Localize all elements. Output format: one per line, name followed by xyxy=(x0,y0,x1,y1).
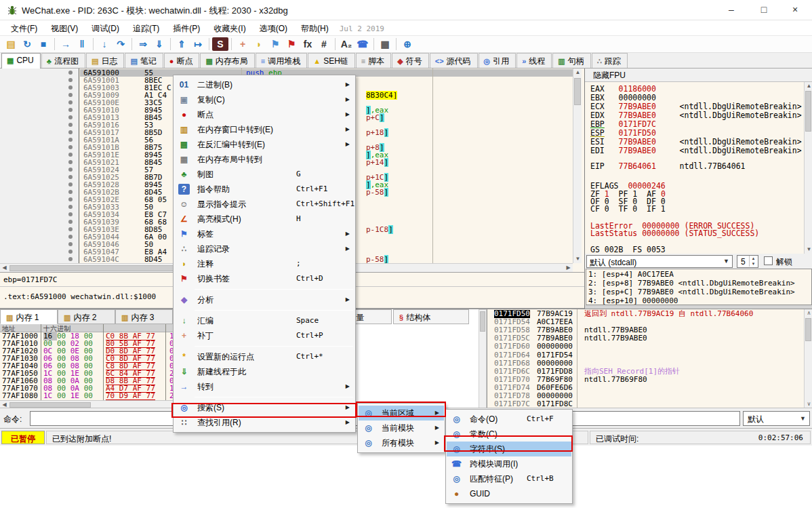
breakpoint-dot[interactable] xyxy=(68,212,73,216)
registers-vscrollbar[interactable]: ▲ ▼ xyxy=(804,82,812,254)
breakpoint-dot[interactable] xyxy=(68,138,73,142)
bookmark-icon[interactable]: ⚑ xyxy=(283,37,300,51)
hash-icon[interactable]: # xyxy=(316,37,332,51)
register-line[interactable]: LastStatus 00000000 (STATUS_SUCCESS) xyxy=(590,230,802,237)
menubar-item[interactable]: 文件(F) xyxy=(4,20,44,37)
stack-row[interactable]: 0171FD640171FD54 xyxy=(487,351,804,359)
label-icon[interactable]: ⚑ xyxy=(267,37,283,51)
breakpoint-dot[interactable] xyxy=(68,220,73,224)
menu-item-trace-record[interactable]: ∴追踪记录▶ xyxy=(174,241,354,256)
menu-item-find-references[interactable]: ∷查找引用(R)▶ xyxy=(174,415,354,430)
calling-convention-select[interactable]: 默认 (stdcall) ▼ xyxy=(586,255,733,268)
menu-item-highlight-mode[interactable]: ∠高亮模式(H)H xyxy=(174,212,354,227)
close-button[interactable]: × xyxy=(779,0,811,20)
menu-item-new-thread-here[interactable]: ⇓新建线程于此 xyxy=(174,364,354,379)
stack-row[interactable]: 0171FD7077B69F80ntdll.77B69F80 xyxy=(487,376,804,384)
menu-item-instruction-help[interactable]: ?指令帮助Ctrl+F1 xyxy=(174,182,354,197)
scylla-icon[interactable]: S xyxy=(212,37,228,51)
menubar-item[interactable]: 追踪(T) xyxy=(126,20,166,37)
register-line[interactable]: CF 0 TF 0 IF 1 xyxy=(590,206,802,213)
menubar-item[interactable]: 插件(P) xyxy=(166,20,207,37)
stack-row[interactable]: 0171FD7800000000 xyxy=(487,392,804,400)
breakpoint-dot[interactable] xyxy=(68,108,73,112)
tab-breakpoints[interactable]: ●断点 xyxy=(164,53,200,68)
menu-item-follow-in-dump[interactable]: ▥在内存窗口中转到(E)▶ xyxy=(174,122,354,137)
search-type-guid[interactable]: ●GUID xyxy=(447,486,571,501)
stack-row[interactable]: 0171FD5C77B9ABE0ntdll.77B9ABE0 xyxy=(487,334,804,343)
unlock-checkbox[interactable] xyxy=(764,256,773,265)
modules-phone-icon[interactable]: ☎ xyxy=(354,37,371,51)
register-line[interactable]: EIP 77B64061 ntdll.77B64061 xyxy=(590,162,802,171)
stack-pane[interactable]: 0171FD5077B9AC19返回到 ntdll.77B9AC19 自 ntd… xyxy=(487,309,804,408)
breakpoint-dot[interactable] xyxy=(68,182,73,187)
menu-item-set-new-origin[interactable]: *设置新的运行点Ctrl+* xyxy=(174,349,354,364)
search-type-intermodular-calls[interactable]: ☎跨模块调用(I) xyxy=(447,456,571,471)
menubar-item[interactable]: 选项(O) xyxy=(253,20,294,37)
maximize-button[interactable]: □ xyxy=(748,0,779,20)
stepper-arrows-icon[interactable]: ▲▼ xyxy=(749,256,757,267)
breakpoint-dot[interactable] xyxy=(68,115,73,119)
step-into-icon[interactable]: ↓ xyxy=(96,37,113,51)
breakpoint-dot[interactable] xyxy=(68,93,73,97)
search-type-constant[interactable]: ◎常数(C) xyxy=(447,427,571,442)
stack-row[interactable]: 0171FD6000000000 xyxy=(487,343,804,351)
breakpoint-dot[interactable] xyxy=(68,100,73,104)
tab-log[interactable]: ▤日志 xyxy=(86,53,124,68)
globe-icon[interactable]: ⊕ xyxy=(399,37,415,51)
tab-trace[interactable]: ∴跟踪 xyxy=(592,53,628,68)
tab-dump-1[interactable]: ▥内存 1 xyxy=(0,309,58,324)
breakpoint-dot[interactable] xyxy=(68,145,73,149)
stack-row[interactable]: 0171FD5077B9AC19返回到 ntdll.77B9AC19 自 ntd… xyxy=(487,310,804,318)
tab-notes[interactable]: ▤笔记 xyxy=(125,53,163,68)
argument-count-stepper[interactable]: 5 ▲▼ xyxy=(737,255,758,268)
register-list[interactable]: EAX 01186000EBX 00000000ECX 77B9ABE0 <nt… xyxy=(590,85,802,254)
tab-call-stack[interactable]: ≡调用堆栈 xyxy=(256,53,307,68)
tab-threads[interactable]: »线程 xyxy=(516,53,552,68)
tab-graph[interactable]: ♣流程图 xyxy=(41,53,85,68)
tab-script[interactable]: ≡脚本 xyxy=(356,53,391,68)
search-scope-current-module[interactable]: ◎当前模块▶ xyxy=(359,421,444,435)
stack-row[interactable]: 0171FD6800000000 xyxy=(487,359,804,368)
menu-item-search[interactable]: ◎搜索(S)▶ xyxy=(174,400,354,415)
middle-vscrollbar[interactable] xyxy=(479,309,487,408)
menubar-item[interactable]: 调试(D) xyxy=(85,20,126,37)
tab-symbols[interactable]: ◆符号 xyxy=(392,53,428,68)
disassembly-vscrollbar[interactable]: ▲ ▼ xyxy=(573,69,582,263)
breakpoint-dot[interactable] xyxy=(68,205,73,209)
menu-item-breakpoint[interactable]: ●断点▶ xyxy=(174,107,354,122)
stop-icon[interactable]: ■ xyxy=(35,37,52,51)
tab-source[interactable]: <>源代码 xyxy=(430,53,478,68)
tab-dump-3[interactable]: ▥内存 3 xyxy=(115,309,173,324)
menubar-item[interactable]: 收藏夹(I) xyxy=(207,20,252,37)
attach-icon[interactable]: ↦ xyxy=(190,37,206,51)
breakpoint-dot[interactable] xyxy=(68,235,73,239)
calculator-icon[interactable]: ▦ xyxy=(377,37,393,51)
search-type-command[interactable]: ◎命令(O)Ctrl+F xyxy=(447,412,571,427)
breakpoint-dot[interactable] xyxy=(68,123,73,127)
comment-icon[interactable]: ◗ xyxy=(251,37,267,51)
menubar-item[interactable]: 视图(V) xyxy=(44,20,85,37)
menubar-item[interactable]: 帮助(H) xyxy=(294,20,336,37)
menu-item-copy[interactable]: ▣复制(C)▶ xyxy=(174,92,354,107)
step-over-icon[interactable]: ↷ xyxy=(113,37,129,51)
tab-struct[interactable]: §结构体 xyxy=(393,309,469,324)
tab-handles[interactable]: ▥句柄 xyxy=(552,53,590,68)
menu-item-follow-in-memory-map[interactable]: ▦在内存布局中转到 xyxy=(174,152,354,167)
breakpoint-dot[interactable] xyxy=(68,130,73,134)
register-line[interactable]: EDI 77B9ABE0 <ntdll.DbgUiRemoteBreakin> xyxy=(590,146,802,155)
menu-item-follow-in-disassembler[interactable]: ▩在反汇编中转到(E)▶ xyxy=(174,137,354,152)
breakpoint-dot[interactable] xyxy=(68,227,73,231)
run-icon[interactable]: → xyxy=(58,37,74,51)
menu-item-assemble[interactable]: ↓汇编Space xyxy=(174,313,354,328)
open-file-icon[interactable]: ▤ xyxy=(3,37,19,51)
hide-fpu-button[interactable]: 隐藏FPU xyxy=(585,69,812,82)
breakpoint-dot[interactable] xyxy=(68,78,73,82)
search-type-pattern[interactable]: ◎匹配特征(P)Ctrl+B xyxy=(447,471,571,486)
tab-cpu[interactable]: ▦CPU xyxy=(1,53,41,69)
menu-item-patch[interactable]: +补丁Ctrl+P xyxy=(174,328,354,343)
menu-item-comment[interactable]: ◗注释; xyxy=(174,256,354,271)
tab-memory-map[interactable]: ▦内存布局 xyxy=(200,53,254,68)
menu-item-goto[interactable]: →转到▶ xyxy=(174,379,354,394)
menu-item-analyze[interactable]: ◆分析▶ xyxy=(174,292,354,307)
menu-item-show-tooltip[interactable]: ☺显示指令提示Ctrl+Shift+F1 xyxy=(174,197,354,212)
